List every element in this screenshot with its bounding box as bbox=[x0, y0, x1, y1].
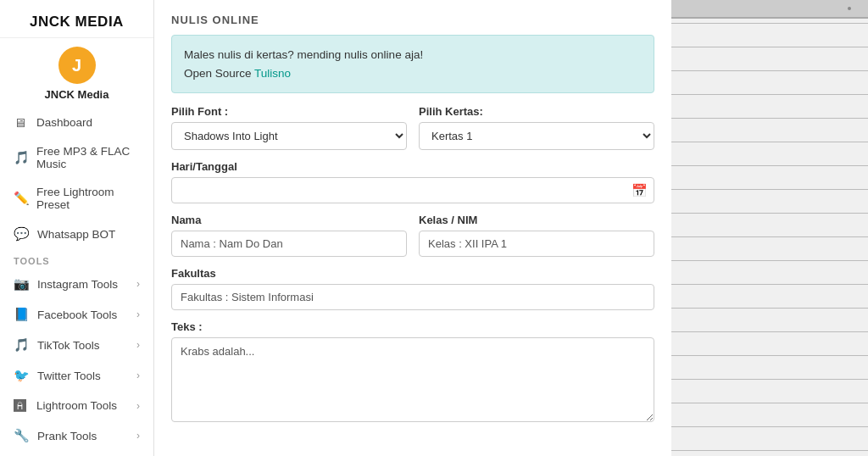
chevron-right-icon: › bbox=[136, 430, 140, 442]
instagram-tools-label: Instagram Tools bbox=[37, 278, 118, 291]
chevron-right-icon: › bbox=[136, 309, 140, 320]
paper-select[interactable]: Kertas 1 Kertas 2 Kertas 3 bbox=[419, 122, 654, 150]
lined-paper bbox=[671, 0, 868, 456]
paper-top-bar bbox=[671, 0, 868, 19]
sidebar-item-prank-tools[interactable]: 🔧 Prank Tools › bbox=[0, 420, 153, 451]
info-box: Males nulis di kertas? mending nulis onl… bbox=[171, 35, 654, 93]
brand-title: JNCK MEDIA bbox=[10, 14, 143, 31]
nama-label: Nama bbox=[171, 214, 407, 226]
prank-icon: 🔧 bbox=[14, 428, 30, 443]
whatsapp-icon: 💬 bbox=[14, 226, 30, 242]
sidebar-item-lightroom-label: Free Lightroom Preset bbox=[36, 186, 140, 211]
sidebar: JNCK MEDIA J JNCK Media 🖥 Dashboard 🎵 Fr… bbox=[0, 0, 154, 456]
facebook-icon: 📘 bbox=[14, 307, 30, 322]
prank-tools-label: Prank Tools bbox=[37, 430, 97, 442]
lightroom-icon: 🅰 bbox=[14, 398, 29, 413]
preview-panel bbox=[671, 0, 868, 456]
font-label: Pilih Font : bbox=[171, 105, 407, 118]
date-input[interactable] bbox=[171, 177, 654, 203]
edit-icon: ✏️ bbox=[14, 191, 29, 206]
chevron-right-icon: › bbox=[136, 278, 140, 290]
chevron-right-icon: › bbox=[136, 400, 140, 412]
sidebar-item-dashboard-label: Dashboard bbox=[36, 116, 92, 129]
info-prefix: Open Source bbox=[184, 67, 254, 80]
nama-group: Nama bbox=[171, 214, 407, 257]
tulisno-link[interactable]: Tulisno bbox=[254, 67, 291, 80]
info-text1: Males nulis di kertas? mending nulis onl… bbox=[184, 46, 642, 64]
font-paper-row: Pilih Font : Shadows Into Light Arial Ti… bbox=[171, 105, 654, 150]
kelas-group: Kelas / NIM bbox=[419, 214, 654, 257]
facebook-tools-label: Facebook Tools bbox=[37, 309, 117, 321]
sidebar-item-whatsapp-bot[interactable]: 💬 Whatsapp BOT bbox=[0, 219, 153, 249]
avatar: J bbox=[58, 47, 96, 84]
sidebar-logo-section: JNCK MEDIA bbox=[0, 0, 153, 38]
paper-label: Pilih Kertas: bbox=[419, 105, 654, 118]
sidebar-item-free-mp3[interactable]: 🎵 Free MP3 & FLAC Music bbox=[0, 137, 153, 178]
form-panel: NULIS ONLINE Males nulis di kertas? mend… bbox=[154, 0, 671, 456]
fakultas-label: Fakultas bbox=[171, 267, 654, 280]
info-text2: Open Source Tulisno bbox=[184, 64, 642, 83]
instagram-icon: 📷 bbox=[14, 276, 30, 292]
avatar-section: J JNCK Media bbox=[0, 38, 153, 108]
teks-group: Teks : Krabs adalah... bbox=[171, 320, 654, 422]
sidebar-item-whatsapp-label: Whatsapp BOT bbox=[37, 228, 115, 241]
twitter-tools-label: Twitter Tools bbox=[37, 370, 101, 382]
sidebar-item-instagram-tools[interactable]: 📷 Instagram Tools › bbox=[0, 269, 153, 299]
chevron-right-icon: › bbox=[136, 370, 140, 381]
font-select[interactable]: Shadows Into Light Arial Times New Roman… bbox=[171, 122, 407, 150]
sidebar-item-dashboard[interactable]: 🖥 Dashboard bbox=[0, 108, 153, 137]
tiktok-icon: 🎵 bbox=[14, 337, 30, 353]
main-content: NULIS ONLINE Males nulis di kertas? mend… bbox=[154, 0, 868, 456]
sidebar-item-twitter-tools[interactable]: 🐦 Twitter Tools › bbox=[0, 360, 153, 391]
paper-dot bbox=[848, 7, 851, 10]
date-label: Hari/Tanggal bbox=[171, 160, 654, 173]
sidebar-item-facebook-tools[interactable]: 📘 Facebook Tools › bbox=[0, 299, 153, 330]
chevron-right-icon: › bbox=[136, 339, 140, 351]
date-input-wrap: 📅 bbox=[171, 177, 654, 203]
fakultas-input[interactable] bbox=[171, 284, 654, 310]
fakultas-group: Fakultas bbox=[171, 267, 654, 310]
sidebar-item-mp3-label: Free MP3 & FLAC Music bbox=[36, 145, 140, 170]
sidebar-item-lightroom-preset[interactable]: ✏️ Free Lightroom Preset bbox=[0, 178, 153, 219]
kelas-label: Kelas / NIM bbox=[419, 214, 654, 226]
date-group: Hari/Tanggal 📅 bbox=[171, 160, 654, 203]
content-area: NULIS ONLINE Males nulis di kertas? mend… bbox=[154, 0, 868, 456]
tools-section-label: TOOLS bbox=[0, 249, 153, 269]
tiktok-tools-label: TikTok Tools bbox=[37, 339, 100, 352]
teks-textarea[interactable]: Krabs adalah... bbox=[171, 337, 654, 422]
sidebar-item-tiktok-tools[interactable]: 🎵 TikTok Tools › bbox=[0, 330, 153, 360]
teks-label: Teks : bbox=[171, 320, 654, 333]
sidebar-item-lightroom-tools[interactable]: 🅰 Lightroom Tools › bbox=[0, 391, 153, 420]
twitter-icon: 🐦 bbox=[14, 368, 30, 383]
nama-kelas-row: Nama Kelas / NIM bbox=[171, 214, 654, 257]
kelas-input[interactable] bbox=[419, 231, 654, 257]
paper-group: Pilih Kertas: Kertas 1 Kertas 2 Kertas 3 bbox=[419, 105, 654, 150]
monitor-icon: 🖥 bbox=[14, 115, 29, 130]
avatar-name: JNCK Media bbox=[45, 88, 109, 101]
music-icon: 🎵 bbox=[14, 150, 29, 165]
nama-input[interactable] bbox=[171, 231, 407, 257]
lightroom-tools-label: Lightroom Tools bbox=[36, 399, 117, 412]
font-group: Pilih Font : Shadows Into Light Arial Ti… bbox=[171, 105, 407, 150]
page-title: NULIS ONLINE bbox=[171, 14, 654, 26]
